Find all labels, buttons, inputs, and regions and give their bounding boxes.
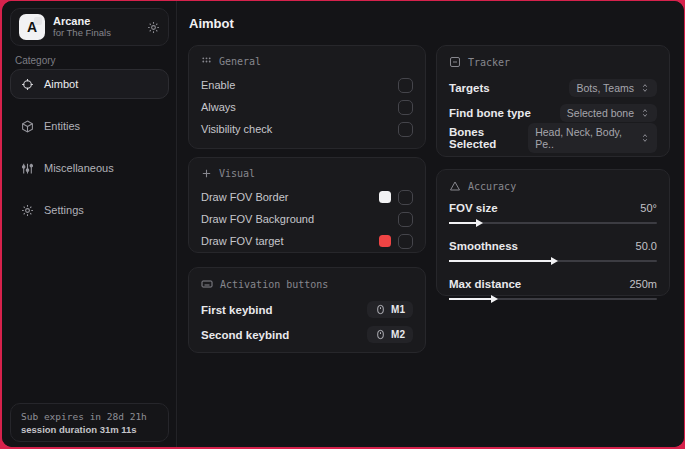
row-label: Second keybind xyxy=(201,329,289,341)
sort-arrows-icon xyxy=(640,83,650,93)
sparkle-icon xyxy=(201,168,212,179)
row-label: Always xyxy=(201,101,236,113)
brand-name: Arcane xyxy=(53,15,139,28)
card-title: Visual xyxy=(219,168,255,179)
app-logo: A xyxy=(19,14,45,40)
scan-icon xyxy=(449,56,461,68)
first-keybind-button[interactable]: M1 xyxy=(367,301,413,318)
main-panel: Aimbot General Enable Always xyxy=(178,1,684,447)
activation-card-header: Activation buttons xyxy=(201,278,413,290)
slider-row-fov-size: FOV size 50° xyxy=(449,199,657,228)
general-card-header: General xyxy=(201,56,413,67)
slider-fill xyxy=(449,260,553,262)
general-card: General Enable Always Visibility check xyxy=(188,45,426,149)
fov-border-color-swatch[interactable] xyxy=(379,191,391,203)
slider-value: 50° xyxy=(640,202,657,214)
enable-checkbox[interactable] xyxy=(398,78,413,93)
slider-value: 250m xyxy=(629,278,657,290)
tracker-row-bones-selected: Bones Selected Head, Neck, Body, Pe.. xyxy=(449,125,657,150)
brand-text: Arcane for The Finals xyxy=(53,15,139,39)
crosshair-icon xyxy=(21,78,34,91)
row-label: First keybind xyxy=(201,304,273,316)
tracker-card-header: Tracker xyxy=(449,56,657,68)
slider-row-max-distance: Max distance 250m xyxy=(449,275,657,304)
accuracy-card: Accuracy FOV size 50° Smoothness 50.0 xyxy=(436,169,670,296)
card-title: Accuracy xyxy=(468,181,516,192)
visibility-check-checkbox[interactable] xyxy=(398,122,413,137)
fov-target-color-swatch[interactable] xyxy=(379,235,391,247)
sidebar-item-aimbot[interactable]: Aimbot xyxy=(10,69,169,99)
slider-fill xyxy=(449,222,478,224)
sidebar: A Arcane for The Finals Category xyxy=(2,1,177,447)
sidebar-item-label: Entities xyxy=(44,120,80,132)
sort-arrows-icon xyxy=(640,133,650,143)
tracker-row-targets: Targets Bots, Teams xyxy=(449,75,657,100)
slider-row-smoothness: Smoothness 50.0 xyxy=(449,237,657,266)
draw-fov-background-checkbox[interactable] xyxy=(398,212,413,227)
bones-selected-dropdown[interactable]: Head, Neck, Body, Pe.. xyxy=(528,123,657,153)
sidebar-item-entities[interactable]: Entities xyxy=(10,111,169,141)
card-title: Tracker xyxy=(468,57,510,68)
slider-thumb[interactable] xyxy=(551,257,558,265)
app-window: A Arcane for The Finals Category xyxy=(2,1,684,447)
page-title: Aimbot xyxy=(189,16,234,31)
card-title: Activation buttons xyxy=(220,279,328,290)
row-label: Enable xyxy=(201,79,235,91)
tracker-card: Tracker Targets Bots, Teams Find bone ty… xyxy=(436,45,670,157)
slider-thumb[interactable] xyxy=(491,295,498,303)
draw-fov-border-checkbox[interactable] xyxy=(398,190,413,205)
grid-icon xyxy=(201,56,212,67)
toggle-row-draw-fov-background: Draw FOV Background xyxy=(201,208,413,230)
brand-subtitle: for The Finals xyxy=(53,28,139,39)
targets-dropdown[interactable]: Bots, Teams xyxy=(569,79,657,97)
triangle-icon xyxy=(449,180,461,192)
max-distance-slider[interactable] xyxy=(449,294,657,304)
visual-card: Visual Draw FOV Border Draw FOV Backgrou… xyxy=(188,157,426,253)
dropdown-value: Selected bone xyxy=(567,107,634,119)
tracker-row-find-bone-type: Find bone type Selected bone xyxy=(449,100,657,125)
sub-expiry-text: Sub expires in 28d 21h xyxy=(21,411,158,422)
keyboard-icon xyxy=(201,278,213,290)
subscription-card: Sub expires in 28d 21h session duration … xyxy=(10,403,169,442)
mouse-icon xyxy=(375,329,386,340)
session-duration-text: session duration 31m 11s xyxy=(21,424,158,435)
keybind-value: M1 xyxy=(391,304,405,315)
row-label: Visibility check xyxy=(201,123,272,135)
sidebar-item-label: Aimbot xyxy=(44,78,78,90)
dropdown-value: Head, Neck, Body, Pe.. xyxy=(535,126,634,150)
keybind-value: M2 xyxy=(391,329,405,340)
toggle-row-always: Always xyxy=(201,96,413,118)
fov-size-slider[interactable] xyxy=(449,218,657,228)
sort-arrows-icon xyxy=(640,108,650,118)
sidebar-item-label: Miscellaneous xyxy=(44,162,114,174)
row-label: Draw FOV Background xyxy=(201,213,314,225)
keybind-row-first: First keybind M1 xyxy=(201,297,413,322)
cube-icon xyxy=(21,120,34,133)
slider-thumb[interactable] xyxy=(476,219,483,227)
find-bone-type-dropdown[interactable]: Selected bone xyxy=(560,104,657,122)
row-label: Smoothness xyxy=(449,240,518,252)
row-label: FOV size xyxy=(449,202,498,214)
draw-fov-target-checkbox[interactable] xyxy=(398,234,413,249)
activation-card: Activation buttons First keybind M1 Seco… xyxy=(188,267,426,353)
visual-card-header: Visual xyxy=(201,168,413,179)
mouse-icon xyxy=(375,304,386,315)
row-label: Bones Selected xyxy=(449,126,528,150)
toggle-row-draw-fov-target: Draw FOV target xyxy=(201,230,413,252)
second-keybind-button[interactable]: M2 xyxy=(367,326,413,343)
sidebar-item-settings[interactable]: Settings xyxy=(10,195,169,225)
row-label: Targets xyxy=(449,82,490,94)
sidebar-item-miscellaneous[interactable]: Miscellaneous xyxy=(10,153,169,183)
toggle-row-enable: Enable xyxy=(201,74,413,96)
toggle-row-visibility-check: Visibility check xyxy=(201,118,413,140)
accuracy-card-header: Accuracy xyxy=(449,180,657,192)
category-label: Category xyxy=(15,55,56,66)
always-checkbox[interactable] xyxy=(398,100,413,115)
sidebar-nav: Aimbot Entities xyxy=(10,69,169,237)
row-label: Find bone type xyxy=(449,107,531,119)
row-label: Max distance xyxy=(449,278,521,290)
keybind-row-second: Second keybind M2 xyxy=(201,322,413,347)
smoothness-slider[interactable] xyxy=(449,256,657,266)
gear-icon[interactable] xyxy=(147,21,160,34)
gear-icon xyxy=(21,204,34,217)
